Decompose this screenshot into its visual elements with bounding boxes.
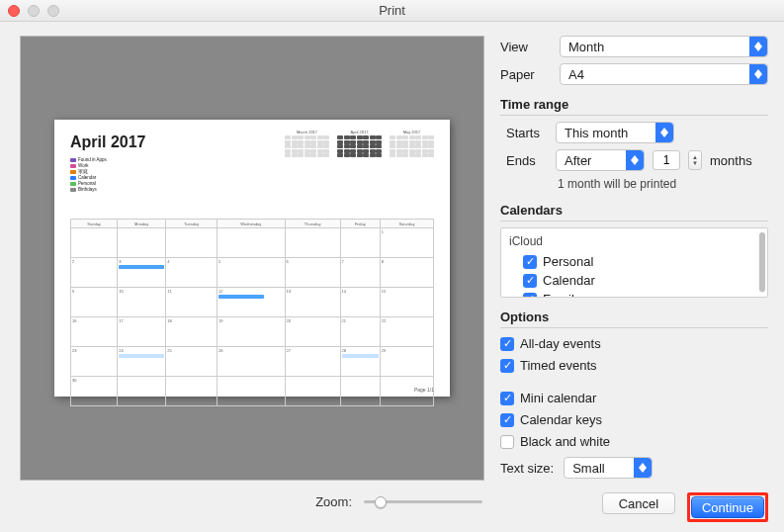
close-window-icon[interactable]	[8, 5, 20, 17]
starts-select[interactable]: This month	[556, 122, 674, 143]
calendar-keys: Found in Apps Work 家庭 Calendar Personal …	[70, 157, 434, 193]
scrollbar[interactable]	[759, 232, 765, 293]
checkbox-on-icon: ✓	[500, 392, 514, 405]
continue-highlight: Continue	[687, 492, 768, 522]
paper-label: Paper	[500, 67, 552, 82]
window-title: Print	[0, 3, 784, 18]
continue-button[interactable]: Continue	[691, 496, 764, 518]
chevron-updown-icon	[626, 150, 644, 170]
calendar-item-personal[interactable]: ✓ Personal	[509, 252, 759, 271]
checkbox-on-icon: ✓	[523, 293, 537, 299]
mini-calendars: March 2017 April 2017 May 2017	[285, 130, 434, 157]
checkbox-on-icon: ✓	[523, 255, 537, 269]
calendar-item-family[interactable]: ✓ Family	[509, 290, 759, 298]
chevron-updown-icon	[655, 123, 673, 142]
calendar-item-calendar[interactable]: ✓ Calendar	[509, 271, 759, 290]
calendars-heading: Calendars	[500, 203, 768, 222]
option-black-white[interactable]: Black and white	[500, 432, 768, 451]
print-preview: April 2017 Found in Apps Work 家庭 Calenda…	[20, 36, 484, 481]
view-label: View	[500, 40, 552, 54]
preview-page: April 2017 Found in Apps Work 家庭 Calenda…	[54, 120, 450, 397]
checkbox-on-icon: ✓	[523, 274, 537, 288]
months-unit: months	[710, 153, 752, 168]
chevron-updown-icon	[634, 458, 652, 478]
calendar-grid: SundayMondayTuesdayWednesdayThursdayFrid…	[70, 219, 434, 406]
svg-marker-9	[639, 468, 647, 473]
minimize-window-icon	[28, 5, 40, 17]
view-select[interactable]: Month	[560, 36, 768, 57]
chevron-updown-icon	[749, 37, 767, 56]
calendar-group: iCloud	[509, 234, 759, 248]
ends-select[interactable]: After	[556, 149, 645, 171]
svg-marker-7	[631, 160, 639, 165]
checkbox-off-icon	[500, 435, 514, 449]
svg-marker-5	[660, 133, 668, 137]
months-count-input[interactable]	[653, 150, 680, 170]
time-range-summary: 1 month will be printed	[500, 177, 768, 191]
starts-label: Starts	[506, 126, 548, 140]
chevron-updown-icon	[749, 64, 767, 84]
paper-select[interactable]: A4	[560, 63, 768, 85]
checkbox-on-icon: ✓	[500, 413, 514, 427]
page-indicator: Page 1/1	[414, 387, 434, 393]
text-size-select[interactable]: Small	[564, 457, 653, 479]
checkbox-on-icon: ✓	[500, 359, 514, 373]
zoom-window-icon	[47, 5, 59, 17]
option-timed[interactable]: ✓ Timed events	[500, 356, 768, 375]
ends-label: Ends	[506, 153, 548, 168]
option-calendar-keys[interactable]: ✓ Calendar keys	[500, 410, 768, 429]
checkbox-on-icon: ✓	[500, 337, 514, 351]
titlebar: Print	[0, 0, 784, 22]
svg-marker-3	[754, 74, 762, 79]
months-stepper[interactable]: ▲▼	[688, 150, 702, 170]
cancel-button[interactable]: Cancel	[602, 492, 675, 514]
text-size-label: Text size:	[500, 461, 554, 476]
time-range-heading: Time range	[500, 97, 768, 116]
option-mini-calendar[interactable]: ✓ Mini calendar	[500, 389, 768, 407]
zoom-label: Zoom:	[315, 494, 352, 509]
calendars-list[interactable]: iCloud ✓ Personal ✓ Calendar ✓ Family	[500, 227, 768, 298]
svg-marker-1	[754, 46, 762, 51]
options-heading: Options	[500, 310, 768, 328]
zoom-slider[interactable]	[364, 500, 482, 503]
option-all-day[interactable]: ✓ All-day events	[500, 334, 768, 353]
window-controls	[8, 5, 59, 17]
